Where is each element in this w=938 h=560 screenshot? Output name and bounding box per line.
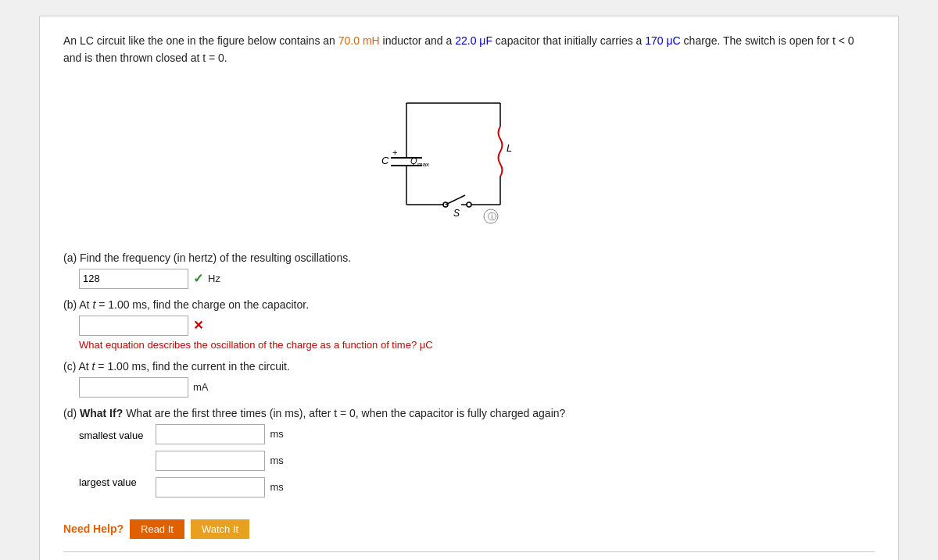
svg-text:Q: Q [410, 156, 417, 166]
part-d-input-2[interactable] [156, 451, 265, 471]
part-b-label: (b) At t = 1.00 ms, find the charge on t… [63, 298, 875, 311]
part-d-unit-2: ms [270, 455, 283, 466]
condition-text: t < 0 [832, 34, 854, 47]
part-d-unit-3: ms [270, 481, 283, 493]
part-c-unit: mA [193, 381, 209, 393]
part-d-inputs-col: ms ms ms [156, 424, 283, 501]
part-d-input-3[interactable] [156, 477, 265, 498]
part-b-question: At t = 1.00 ms, find the charge on the c… [79, 298, 309, 311]
part-a-input-row: ✓ Hz [79, 269, 875, 289]
middle3-text: charge. The switch is open for [681, 34, 832, 47]
part-b-input[interactable] [79, 316, 188, 336]
circuit-svg: + C L Q max S ⓘ [360, 80, 578, 236]
part-d-unit-1: ms [270, 428, 283, 440]
part-d-input-1[interactable] [156, 424, 265, 444]
need-help-section: Need Help? Read It Watch It [63, 519, 875, 539]
part-c-input[interactable] [79, 377, 188, 398]
part-b-cross-icon: ✕ [193, 318, 203, 333]
capacitance-value: 22.0 μF [455, 34, 492, 47]
end-text: and is then thrown closed at t = 0. [63, 52, 227, 64]
need-help-label: Need Help? [63, 523, 124, 535]
divider [63, 551, 875, 552]
part-a-label: (a) Find the frequency (in hertz) of the… [63, 251, 875, 264]
svg-text:max: max [417, 161, 429, 168]
part-d-bold: What If? [80, 407, 123, 419]
part-b-input-row: ✕ [79, 316, 875, 336]
part-c-input-row: mA [79, 377, 875, 398]
circuit-diagram: + C L Q max S ⓘ [63, 80, 875, 236]
part-d-row-2: ms [156, 451, 283, 471]
watch-it-button[interactable]: Watch It [191, 519, 249, 539]
largest-value-label: largest value [79, 473, 143, 493]
part-d-row-1: ms [156, 424, 283, 444]
part-c-question: At t = 1.00 ms, find the current in the … [78, 360, 289, 373]
svg-text:+: + [392, 148, 397, 157]
read-it-button[interactable]: Read It [130, 519, 184, 539]
charge-value: 170 μC [645, 34, 680, 47]
circuit-svg-element: + C L Q max S ⓘ [360, 80, 532, 228]
problem-statement: An LC circuit like the one in the figure… [63, 32, 875, 67]
part-a-check-icon: ✓ [193, 271, 203, 286]
inductance-value: 70.0 mH [338, 34, 380, 47]
part-a-unit: Hz [208, 273, 220, 284]
part-b-hint: What equation describes the oscillation … [79, 339, 875, 351]
intro-text: An LC circuit like the one in the figure… [63, 34, 338, 47]
part-c-section: (c) At t = 1.00 ms, find the current in … [63, 360, 875, 398]
part-c-label: (c) At t = 1.00 ms, find the current in … [63, 360, 875, 373]
svg-line-11 [446, 195, 465, 205]
part-d-labels-col: smallest value x largest value [79, 424, 143, 501]
part-d-row-3: ms [156, 477, 283, 498]
svg-point-10 [467, 202, 471, 207]
part-b-section: (b) At t = 1.00 ms, find the charge on t… [63, 298, 875, 351]
svg-text:ⓘ: ⓘ [488, 212, 496, 221]
part-a-section: (a) Find the frequency (in hertz) of the… [63, 251, 875, 289]
middle2-text: capacitor that initially carries a [492, 34, 645, 47]
part-d-section: (d) What If? What are the first three ti… [63, 407, 875, 501]
part-d-label: (d) What If? What are the first three ti… [63, 407, 875, 419]
part-a-input[interactable] [79, 269, 188, 289]
smallest-value-label: smallest value [79, 426, 143, 446]
part-a-question: Find the frequency (in hertz) of the res… [80, 251, 351, 264]
part-d-question: What are the first three times (in ms), … [126, 407, 565, 419]
middle1-text: inductor and a [380, 34, 456, 47]
page-container: An LC circuit like the one in the figure… [39, 16, 899, 560]
part-d-inputs-area: smallest value x largest value ms ms ms [79, 424, 875, 501]
svg-text:S: S [453, 208, 460, 219]
svg-text:C: C [381, 155, 389, 166]
svg-text:L: L [507, 142, 512, 154]
